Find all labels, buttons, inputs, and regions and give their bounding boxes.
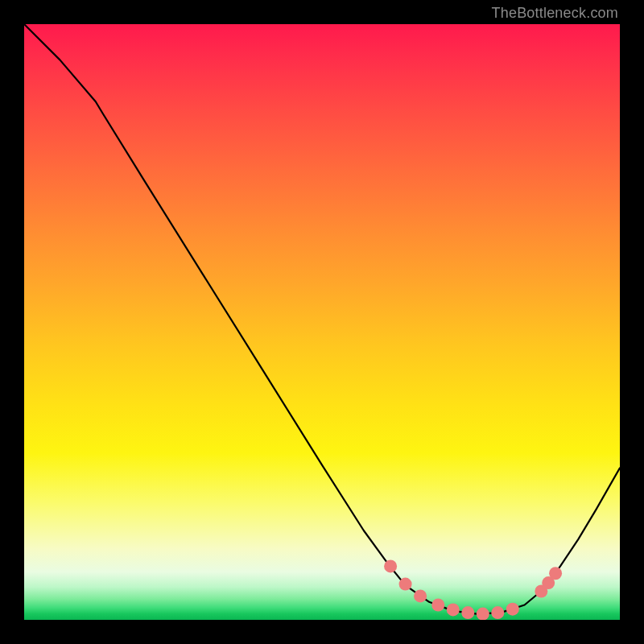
- plot-area: [24, 24, 620, 620]
- curve-marker: [447, 603, 460, 616]
- curve-marker: [506, 603, 519, 616]
- curve-marker: [477, 608, 489, 620]
- curve-marker: [414, 589, 427, 602]
- curve-marker: [399, 578, 412, 591]
- curve-marker: [549, 567, 562, 580]
- curve-layer: [24, 24, 620, 620]
- curve-marker: [461, 606, 474, 619]
- curve-marker: [431, 599, 444, 612]
- curve-marker: [491, 606, 504, 619]
- chart-frame: TheBottleneck.com: [0, 0, 644, 644]
- curve-marker: [384, 559, 397, 572]
- attribution-label: TheBottleneck.com: [492, 5, 618, 22]
- bottleneck-curve: [24, 24, 620, 614]
